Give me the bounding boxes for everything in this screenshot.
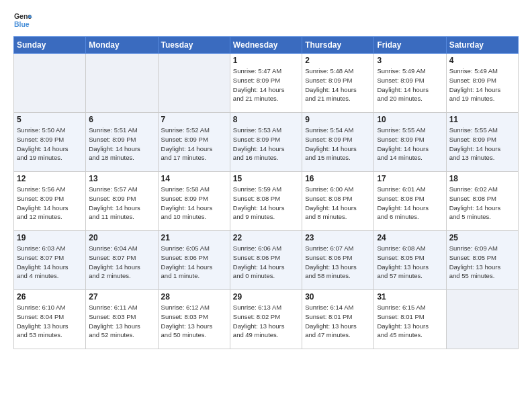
day-info: Sunrise: 5:56 AM Sunset: 8:09 PM Dayligh… [17,185,83,222]
day-cell: 18Sunrise: 6:02 AM Sunset: 8:08 PM Dayli… [446,172,518,231]
day-cell: 26Sunrise: 6:10 AM Sunset: 8:04 PM Dayli… [14,290,86,349]
day-number: 23 [305,233,371,242]
day-info: Sunrise: 5:47 AM Sunset: 8:09 PM Dayligh… [233,66,299,103]
day-cell: 29Sunrise: 6:13 AM Sunset: 8:02 PM Dayli… [230,290,302,349]
day-cell: 1Sunrise: 5:47 AM Sunset: 8:09 PM Daylig… [230,54,302,113]
day-cell: 17Sunrise: 6:01 AM Sunset: 8:08 PM Dayli… [374,172,446,231]
day-header-thursday: Thursday [302,37,374,54]
day-cell: 2Sunrise: 5:48 AM Sunset: 8:09 PM Daylig… [302,54,374,113]
day-cell [446,290,518,349]
day-number: 7 [161,115,227,124]
week-row-4: 19Sunrise: 6:03 AM Sunset: 8:07 PM Dayli… [14,231,519,290]
logo-icon: General Blue [13,11,32,30]
day-info: Sunrise: 6:04 AM Sunset: 8:07 PM Dayligh… [89,244,154,281]
day-cell: 10Sunrise: 5:55 AM Sunset: 8:09 PM Dayli… [374,113,446,172]
day-info: Sunrise: 6:03 AM Sunset: 8:07 PM Dayligh… [17,244,83,281]
day-number: 18 [449,174,515,183]
day-cell: 21Sunrise: 6:05 AM Sunset: 8:06 PM Dayli… [158,231,230,290]
day-number: 13 [89,174,154,183]
calendar: SundayMondayTuesdayWednesdayThursdayFrid… [13,36,519,349]
day-info: Sunrise: 6:08 AM Sunset: 8:05 PM Dayligh… [377,244,443,281]
day-info: Sunrise: 6:05 AM Sunset: 8:06 PM Dayligh… [161,244,227,281]
day-header-tuesday: Tuesday [158,37,230,54]
day-cell: 30Sunrise: 6:14 AM Sunset: 8:01 PM Dayli… [302,290,374,349]
day-info: Sunrise: 6:12 AM Sunset: 8:03 PM Dayligh… [161,303,227,340]
svg-text:Blue: Blue [14,20,30,28]
day-info: Sunrise: 6:10 AM Sunset: 8:04 PM Dayligh… [17,303,83,340]
day-number: 14 [161,174,227,183]
day-number: 11 [449,115,515,124]
day-cell [158,54,230,113]
day-info: Sunrise: 5:52 AM Sunset: 8:09 PM Dayligh… [161,126,227,163]
day-cell [14,54,86,113]
day-cell: 16Sunrise: 6:00 AM Sunset: 8:08 PM Dayli… [302,172,374,231]
day-cell: 22Sunrise: 6:06 AM Sunset: 8:06 PM Dayli… [230,231,302,290]
day-header-sunday: Sunday [14,37,86,54]
day-number: 30 [305,292,371,302]
day-info: Sunrise: 6:02 AM Sunset: 8:08 PM Dayligh… [449,185,515,222]
day-info: Sunrise: 5:50 AM Sunset: 8:09 PM Dayligh… [17,126,83,163]
day-info: Sunrise: 5:49 AM Sunset: 8:09 PM Dayligh… [449,66,515,103]
day-cell: 12Sunrise: 5:56 AM Sunset: 8:09 PM Dayli… [14,172,86,231]
day-cell: 9Sunrise: 5:54 AM Sunset: 8:09 PM Daylig… [302,113,374,172]
day-number: 31 [377,292,443,302]
day-cell: 15Sunrise: 5:59 AM Sunset: 8:08 PM Dayli… [230,172,302,231]
day-number: 6 [89,115,154,124]
day-cell: 23Sunrise: 6:07 AM Sunset: 8:06 PM Dayli… [302,231,374,290]
day-info: Sunrise: 6:14 AM Sunset: 8:01 PM Dayligh… [305,303,371,340]
day-cell: 3Sunrise: 5:49 AM Sunset: 8:09 PM Daylig… [374,54,446,113]
week-row-1: 1Sunrise: 5:47 AM Sunset: 8:09 PM Daylig… [14,54,519,113]
header: General Blue [13,11,519,30]
day-cell: 28Sunrise: 6:12 AM Sunset: 8:03 PM Dayli… [158,290,230,349]
day-cell: 20Sunrise: 6:04 AM Sunset: 8:07 PM Dayli… [86,231,158,290]
day-info: Sunrise: 5:57 AM Sunset: 8:09 PM Dayligh… [89,185,154,222]
day-info: Sunrise: 5:48 AM Sunset: 8:09 PM Dayligh… [305,66,371,103]
day-header-wednesday: Wednesday [230,37,302,54]
day-number: 21 [161,233,227,242]
day-number: 15 [233,174,299,183]
day-info: Sunrise: 6:13 AM Sunset: 8:02 PM Dayligh… [233,303,299,340]
day-cell: 13Sunrise: 5:57 AM Sunset: 8:09 PM Dayli… [86,172,158,231]
day-info: Sunrise: 5:54 AM Sunset: 8:09 PM Dayligh… [305,126,371,163]
day-number: 4 [449,56,515,65]
day-number: 2 [305,56,371,65]
week-row-2: 5Sunrise: 5:50 AM Sunset: 8:09 PM Daylig… [14,113,519,172]
logo: General Blue [13,11,32,30]
day-number: 29 [233,292,299,302]
day-info: Sunrise: 5:58 AM Sunset: 8:09 PM Dayligh… [161,185,227,222]
day-number: 17 [377,174,443,183]
day-info: Sunrise: 5:53 AM Sunset: 8:09 PM Dayligh… [233,126,299,163]
day-number: 19 [17,233,83,242]
day-header-friday: Friday [374,37,446,54]
day-info: Sunrise: 6:06 AM Sunset: 8:06 PM Dayligh… [233,244,299,281]
header-row: SundayMondayTuesdayWednesdayThursdayFrid… [14,37,519,54]
day-info: Sunrise: 5:59 AM Sunset: 8:08 PM Dayligh… [233,185,299,222]
day-cell: 11Sunrise: 5:55 AM Sunset: 8:09 PM Dayli… [446,113,518,172]
day-info: Sunrise: 6:15 AM Sunset: 8:01 PM Dayligh… [377,303,443,340]
day-number: 16 [305,174,371,183]
day-info: Sunrise: 5:55 AM Sunset: 8:09 PM Dayligh… [449,126,515,163]
day-number: 20 [89,233,154,242]
day-cell: 19Sunrise: 6:03 AM Sunset: 8:07 PM Dayli… [14,231,86,290]
day-number: 1 [233,56,299,65]
day-number: 5 [17,115,83,124]
day-cell: 14Sunrise: 5:58 AM Sunset: 8:09 PM Dayli… [158,172,230,231]
week-row-3: 12Sunrise: 5:56 AM Sunset: 8:09 PM Dayli… [14,172,519,231]
day-number: 9 [305,115,371,124]
day-cell: 6Sunrise: 5:51 AM Sunset: 8:09 PM Daylig… [86,113,158,172]
day-number: 26 [17,292,83,302]
day-info: Sunrise: 6:09 AM Sunset: 8:05 PM Dayligh… [449,244,515,281]
day-info: Sunrise: 6:11 AM Sunset: 8:03 PM Dayligh… [89,303,154,340]
day-number: 22 [233,233,299,242]
day-info: Sunrise: 6:00 AM Sunset: 8:08 PM Dayligh… [305,185,371,222]
day-number: 12 [17,174,83,183]
day-number: 8 [233,115,299,124]
page: General Blue SundayMondayTuesdayWednesda… [0,0,532,411]
day-cell: 31Sunrise: 6:15 AM Sunset: 8:01 PM Dayli… [374,290,446,349]
day-number: 27 [89,292,154,302]
day-header-monday: Monday [86,37,158,54]
day-number: 24 [377,233,443,242]
day-info: Sunrise: 5:55 AM Sunset: 8:09 PM Dayligh… [377,126,443,163]
day-number: 3 [377,56,443,65]
day-info: Sunrise: 6:07 AM Sunset: 8:06 PM Dayligh… [305,244,371,281]
